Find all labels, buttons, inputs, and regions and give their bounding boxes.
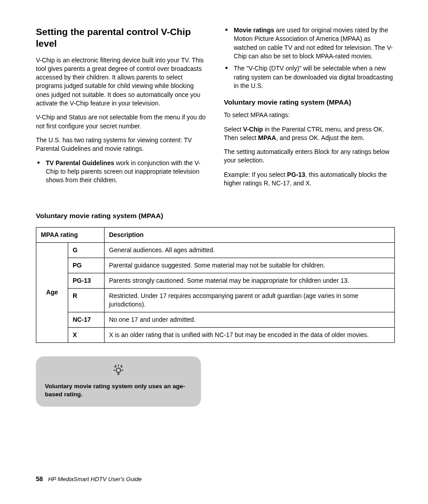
left-column: Setting the parental control V-Chip leve… bbox=[36, 26, 207, 193]
tip-text: Voluntary movie rating system only uses … bbox=[45, 382, 192, 399]
paragraph: The setting automatically enters Block f… bbox=[224, 148, 395, 165]
paragraph: The U.S. has two rating systems for view… bbox=[36, 136, 207, 153]
document-title: HP MediaSmart HDTV User's Guide bbox=[48, 476, 142, 482]
page-footer: 58 HP MediaSmart HDTV User's Guide bbox=[36, 475, 142, 482]
table-row: PG Parental guidance suggested. Some mat… bbox=[36, 258, 395, 273]
table-header-description: Description bbox=[105, 228, 395, 243]
description-cell: Parents strongly cautioned. Some materia… bbox=[105, 273, 395, 289]
paragraph: V-Chip is an electronic filtering device… bbox=[36, 56, 207, 108]
table-row: NC-17 No one 17 and under admitted. bbox=[36, 312, 395, 327]
paragraph: To select MPAA ratings: bbox=[224, 111, 395, 119]
tip-box: Voluntary movie rating system only uses … bbox=[36, 356, 201, 407]
description-cell: X is an older rating that is unified wit… bbox=[105, 327, 395, 342]
description-cell: No one 17 and under admitted. bbox=[105, 312, 395, 327]
mpaa-rating-table: MPAA rating Description Age G General au… bbox=[36, 227, 395, 342]
rating-cell: PG bbox=[68, 258, 105, 273]
right-column: Movie ratings are used for original movi… bbox=[224, 26, 395, 193]
table-header-rating: MPAA rating bbox=[36, 228, 105, 243]
rating-cell: NC-17 bbox=[68, 312, 105, 327]
age-category-cell: Age bbox=[36, 243, 68, 342]
paragraph: Example: If you select PG-13, this autom… bbox=[224, 171, 395, 188]
table-row: PG-13 Parents strongly cautioned. Some m… bbox=[36, 273, 395, 289]
bullet-item: TV Parental Guidelines work in conjuncti… bbox=[36, 159, 207, 185]
svg-line-5 bbox=[121, 366, 122, 368]
paragraph: Select V-Chip in the Parental CTRL menu,… bbox=[224, 125, 395, 143]
rating-cell: G bbox=[68, 243, 105, 258]
svg-point-0 bbox=[116, 368, 121, 373]
svg-line-8 bbox=[115, 365, 116, 367]
table-row: X X is an older rating that is unified w… bbox=[36, 327, 395, 342]
table-heading: Voluntary movie rating system (MPAA) bbox=[36, 212, 395, 220]
bullet-list: TV Parental Guidelines work in conjuncti… bbox=[36, 159, 207, 185]
rating-cell: PG-13 bbox=[68, 273, 105, 289]
description-cell: Restricted. Under 17 requires accompanyi… bbox=[105, 288, 395, 312]
lightbulb-icon bbox=[45, 363, 192, 378]
bullet-list: Movie ratings are used for original movi… bbox=[224, 26, 395, 90]
page-number: 58 bbox=[36, 475, 43, 482]
table-row: R Restricted. Under 17 requires accompan… bbox=[36, 288, 395, 312]
bullet-bold: Movie ratings bbox=[234, 26, 274, 34]
bullet-item: The "V-Chip (DTV only)" will be selectab… bbox=[224, 64, 395, 90]
table-row: Age G General audiences. All ages admitt… bbox=[36, 243, 395, 258]
svg-line-4 bbox=[114, 366, 116, 368]
svg-line-9 bbox=[121, 365, 122, 367]
bullet-bold: TV Parental Guidelines bbox=[46, 159, 114, 167]
bullet-item: Movie ratings are used for original movi… bbox=[224, 26, 395, 61]
paragraph: V-Chip and Status are not selectable fro… bbox=[36, 113, 207, 131]
rating-cell: X bbox=[68, 327, 105, 342]
rating-cell: R bbox=[68, 288, 105, 312]
subsection-title: Voluntary movie rating system (MPAA) bbox=[224, 98, 395, 106]
section-title: Setting the parental control V-Chip leve… bbox=[36, 26, 207, 50]
description-cell: General audiences. All ages admitted. bbox=[105, 243, 395, 258]
description-cell: Parental guidance suggested. Some materi… bbox=[105, 258, 395, 273]
